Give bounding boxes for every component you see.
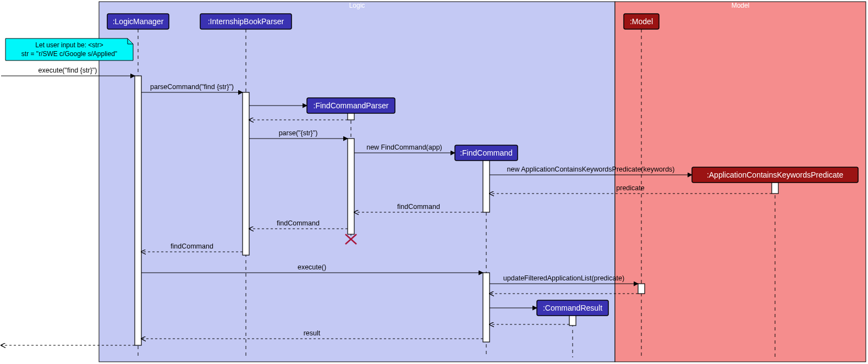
- header-commandresult-label: :CommandResult: [543, 304, 602, 312]
- header-model-label: :Model: [630, 17, 653, 26]
- activation-commandresult: [569, 315, 576, 326]
- msg-parse-label: parse("{str}"): [279, 129, 318, 137]
- header-internshipbookparser-label: :InternshipBookParser: [208, 17, 284, 26]
- header-predicate-label: :ApplicationContainsKeywordsPredicate: [707, 170, 843, 179]
- header-findcommand-label: :FindCommand: [460, 148, 513, 157]
- msg-updatefiltered-label: updateFilteredApplicationList(predicate): [503, 274, 624, 282]
- msg-parsecommand-label: parseCommand("find {str}"): [150, 83, 234, 91]
- activation-logicmanager: [135, 76, 141, 345]
- msg-execute-find-label: execute("find {str}"): [39, 67, 97, 74]
- msg-execute-label: execute(): [298, 263, 326, 271]
- header-findcommandparser-label: :FindCommandParser: [314, 101, 389, 110]
- activation-findcommand-exec: [483, 273, 490, 342]
- return-predicate-label: predicate: [616, 184, 644, 192]
- return-findcommand-1-label: findCommand: [397, 203, 440, 211]
- activation-model: [638, 284, 645, 294]
- note-line1: Let user input be: <str>: [35, 41, 103, 49]
- return-result-label: result: [304, 329, 321, 337]
- return-findcommand-3-label: findCommand: [171, 242, 213, 250]
- region-model-label: Model: [732, 2, 750, 9]
- note-line2: str = "r/SWE c/Google s/Applied": [21, 50, 117, 58]
- activation-findcommandparser-parse: [348, 139, 354, 234]
- region-logic-label: Logic: [349, 2, 365, 9]
- activation-internshipbookparser: [243, 92, 249, 255]
- header-logicmanager-label: :LogicManager: [113, 17, 164, 26]
- msg-new-predicate-label: new ApplicationContainsKeywordsPredicate…: [507, 166, 674, 173]
- return-findcommand-2-label: findCommand: [277, 219, 320, 227]
- msg-new-findcommand-label: new FindCommand(app): [366, 144, 442, 151]
- activation-findcommand-new: [483, 158, 490, 212]
